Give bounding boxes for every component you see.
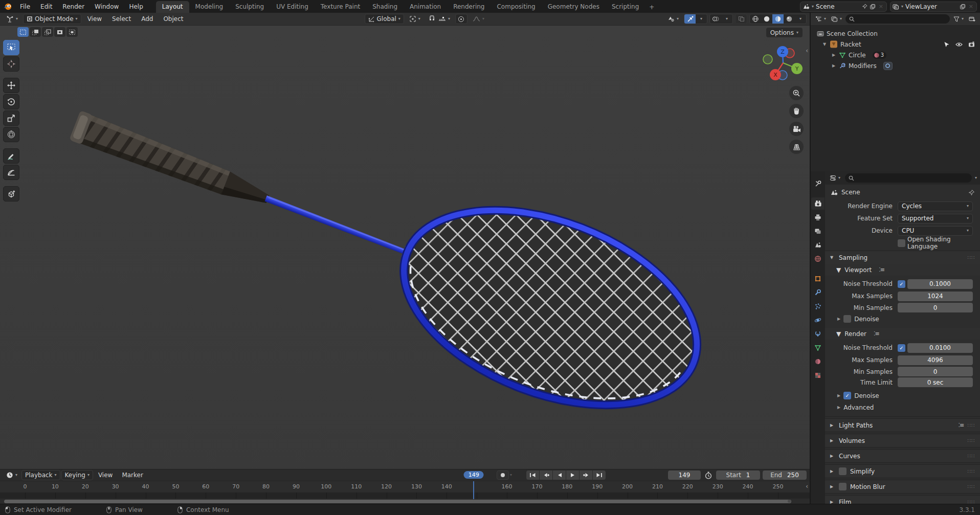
auto-key-button[interactable] bbox=[497, 471, 509, 480]
section-volumes[interactable]: ▶ Volumes ∷∷ bbox=[825, 434, 980, 447]
tab-rendering[interactable]: Rendering bbox=[447, 1, 491, 13]
gizmo-toggle[interactable] bbox=[684, 14, 696, 24]
overlays-options[interactable]: ▾ bbox=[721, 14, 732, 24]
menu-edit[interactable]: Edit bbox=[36, 2, 57, 12]
outliner-row-scene-collection[interactable]: Scene Collection bbox=[813, 28, 978, 39]
advanced-row[interactable]: ▶ Advanced bbox=[825, 401, 980, 413]
frame-start-field[interactable]: Start 1 bbox=[716, 471, 760, 480]
timeline-editor-type-button[interactable]: ▾ bbox=[3, 471, 20, 480]
tab-view-layer-properties[interactable] bbox=[811, 225, 825, 237]
mode-selector[interactable]: Object Mode ▾ bbox=[23, 14, 81, 24]
section-film[interactable]: ▶ Film ∷∷ bbox=[825, 495, 980, 504]
tab-sculpting[interactable]: Sculpting bbox=[229, 1, 270, 13]
section-curves[interactable]: ▶ Curves ∷∷ bbox=[825, 449, 980, 463]
snap-target-selector[interactable]: ▾ bbox=[438, 15, 453, 23]
tool-add-cube[interactable] bbox=[3, 186, 19, 201]
device-dropdown[interactable]: CPU▾ bbox=[898, 226, 973, 236]
select-mode-new[interactable] bbox=[17, 27, 29, 37]
tab-constraint-properties[interactable] bbox=[811, 328, 825, 340]
close-icon[interactable]: × bbox=[968, 3, 974, 10]
section-motion-blur[interactable]: ▶ ✓ Motion Blur ∷∷ bbox=[825, 480, 980, 494]
playhead-frame-pill[interactable]: 149 bbox=[464, 471, 484, 479]
tab-layout[interactable]: Layout bbox=[156, 1, 189, 13]
menu-window[interactable]: Window bbox=[90, 2, 123, 12]
region-collapse-arrow[interactable]: ‹ bbox=[806, 483, 808, 490]
camera-icon[interactable] bbox=[968, 41, 975, 47]
tab-uv-editing[interactable]: UV Editing bbox=[270, 1, 315, 13]
menu-add[interactable]: Add bbox=[137, 14, 157, 24]
grip-dots-icon[interactable]: ∷∷ bbox=[967, 255, 975, 260]
timeline-playhead[interactable]: 149 bbox=[473, 481, 474, 499]
tab-texture-properties[interactable] bbox=[811, 369, 825, 382]
frame-end-field[interactable]: End 250 bbox=[763, 471, 807, 480]
preset-list-icon[interactable]: ⁚≡ bbox=[874, 330, 879, 337]
gizmo-options[interactable]: ▾ bbox=[696, 14, 707, 24]
add-workspace-button[interactable]: + bbox=[645, 2, 658, 13]
render-noise-threshold-checkbox[interactable]: ✓ bbox=[898, 344, 905, 352]
tab-scripting[interactable]: Scripting bbox=[606, 1, 645, 13]
menu-object[interactable]: Object bbox=[159, 14, 187, 24]
xray-toggle[interactable] bbox=[735, 14, 747, 24]
view-layer-selector[interactable]: ▾ ViewLayer × bbox=[890, 2, 977, 12]
grip-dots-icon[interactable]: ∷∷ bbox=[967, 468, 975, 474]
select-mode-invert[interactable] bbox=[54, 27, 65, 37]
breadcrumb-scene[interactable]: Scene bbox=[841, 189, 860, 196]
axis-minus-y[interactable] bbox=[763, 55, 772, 64]
preset-list-icon[interactable]: ⁚≡ bbox=[959, 422, 964, 429]
timeline-marker-menu[interactable]: Marker bbox=[118, 470, 147, 480]
shading-solid[interactable] bbox=[761, 14, 772, 24]
viewport-3d[interactable]: Options ▾ bbox=[0, 26, 810, 469]
keying-menu[interactable]: Keying ▾ bbox=[61, 470, 93, 480]
tab-render-properties[interactable] bbox=[811, 197, 825, 210]
grip-dots-icon[interactable]: ∷∷ bbox=[967, 422, 975, 428]
menu-render[interactable]: Render bbox=[58, 2, 89, 12]
tab-shading[interactable]: Shading bbox=[366, 1, 404, 13]
osl-checkbox[interactable]: ✓ bbox=[898, 239, 905, 247]
viewport-denoise-row[interactable]: ▶ ✓ Denoise bbox=[825, 313, 980, 325]
outliner-row-racket[interactable]: ▼ Racket bbox=[813, 39, 978, 50]
play-reverse-button[interactable] bbox=[553, 471, 566, 480]
tab-output-properties[interactable] bbox=[811, 211, 825, 223]
render-engine-dropdown[interactable]: Cycles▾ bbox=[898, 201, 973, 211]
tab-modeling[interactable]: Modeling bbox=[189, 1, 230, 13]
feature-set-dropdown[interactable]: Supported▾ bbox=[898, 214, 973, 223]
shading-rendered[interactable] bbox=[784, 14, 795, 24]
select-mode-subtract[interactable] bbox=[42, 27, 53, 37]
sampling-section-header[interactable]: ▼ Sampling ∷∷ bbox=[825, 251, 980, 264]
outliner-search-input[interactable] bbox=[845, 14, 950, 24]
outliner-filter-button[interactable]: ▾ bbox=[952, 15, 965, 23]
region-collapse-arrow[interactable]: ‹ bbox=[806, 47, 808, 54]
select-mode-intersect[interactable] bbox=[66, 27, 78, 37]
playback-menu[interactable]: Playback ▾ bbox=[21, 470, 60, 480]
outliner-row-circle[interactable]: ▶ Circle 3 bbox=[813, 50, 978, 60]
stopwatch-icon[interactable] bbox=[705, 472, 712, 479]
snap-toggle[interactable] bbox=[426, 14, 436, 24]
viewport-denoise-checkbox[interactable]: ✓ bbox=[843, 315, 851, 323]
section-light-paths[interactable]: ▶ Light Paths ⁚≡ ∷∷ bbox=[825, 418, 980, 432]
disclosure-expanded-icon[interactable]: ▼ bbox=[822, 42, 827, 47]
sampling-viewport-header[interactable]: ▼ Viewport ⁚≡ bbox=[825, 264, 980, 276]
play-button[interactable] bbox=[566, 471, 579, 480]
grip-dots-icon[interactable]: ∷∷ bbox=[967, 499, 975, 504]
prev-keyframe-button[interactable] bbox=[540, 471, 552, 480]
tab-animation[interactable]: Animation bbox=[404, 1, 447, 13]
tool-rotate[interactable] bbox=[3, 94, 19, 109]
max-samples-field[interactable]: 1024 bbox=[898, 292, 973, 301]
pointer-icon[interactable] bbox=[944, 41, 950, 48]
ortho-grid-icon[interactable] bbox=[789, 140, 804, 154]
menu-view[interactable]: View bbox=[83, 14, 106, 24]
disclosure-collapsed-icon[interactable]: ▶ bbox=[837, 317, 840, 321]
render-min-samples-field[interactable]: 0 bbox=[898, 367, 973, 376]
timeline-track[interactable] bbox=[0, 492, 810, 499]
editor-type-button[interactable]: ▾ bbox=[3, 15, 21, 24]
disclosure-collapsed-icon[interactable]: ▶ bbox=[837, 405, 840, 410]
pin-icon[interactable] bbox=[968, 189, 975, 196]
tab-tool[interactable] bbox=[811, 177, 825, 190]
min-samples-field[interactable]: 0 bbox=[898, 303, 973, 312]
pin-icon[interactable] bbox=[862, 4, 867, 9]
close-icon[interactable]: × bbox=[878, 3, 884, 10]
tool-cursor[interactable] bbox=[3, 56, 19, 72]
timeline-view-menu[interactable]: View bbox=[94, 470, 117, 480]
preset-list-icon[interactable]: ⁚≡ bbox=[879, 266, 884, 273]
tab-scene-properties[interactable] bbox=[811, 239, 825, 251]
